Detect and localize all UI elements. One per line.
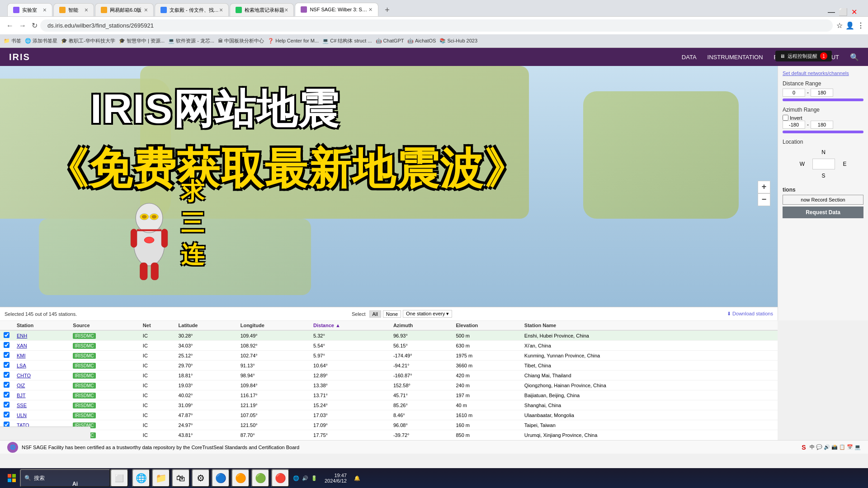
taskbar-app1[interactable]: 🟠	[231, 469, 250, 487]
battery-icon[interactable]: 🔋	[311, 475, 317, 481]
taskbar-app3[interactable]: 🔴	[271, 469, 289, 487]
taskbar-edge[interactable]: 🌐	[132, 469, 150, 487]
row-checkbox[interactable]	[4, 372, 9, 378]
notification-icon: 🖥	[780, 53, 785, 59]
tab-close-6[interactable]: ×	[368, 6, 372, 13]
tab-close-4[interactable]: ×	[219, 6, 223, 14]
search-icon[interactable]: 🔍	[850, 53, 859, 61]
request-data-button[interactable]: Request Data	[783, 206, 863, 218]
nav-instrumentation[interactable]: INSTRUMENTATION	[708, 54, 763, 61]
station-link[interactable]: LSA	[17, 363, 26, 368]
taskbar-store[interactable]: 🛍	[172, 469, 190, 487]
new-tab-button[interactable]: +	[381, 4, 394, 16]
tab-close-5[interactable]: ×	[284, 6, 288, 14]
station-link[interactable]: KMI	[17, 353, 26, 358]
bookmark-4[interactable]: 🎓 智慧华中 | 资源...	[119, 38, 165, 44]
station-link[interactable]: SSE	[17, 403, 27, 408]
distance-max-input[interactable]	[811, 89, 833, 97]
taskbar-app2[interactable]: 🟢	[251, 469, 269, 487]
azimuth-max-input[interactable]	[811, 121, 833, 129]
bookmark-7[interactable]: ❓ Help Center for M...	[268, 38, 319, 44]
bookmark-3[interactable]: 🎓 教职工-华中科技大学	[61, 38, 115, 44]
close-button[interactable]: ✕	[851, 8, 857, 16]
station-link[interactable]: CHTO	[17, 373, 31, 378]
taskbar-settings[interactable]: ⚙	[192, 469, 210, 487]
taskbar-explorer[interactable]: 📁	[152, 469, 170, 487]
bookmark-11[interactable]: 📚 Sci-Hub 2023	[439, 38, 477, 44]
zoom-out-button[interactable]: −	[758, 193, 770, 206]
col-azimuth[interactable]: Azimuth	[390, 321, 453, 330]
col-station[interactable]: Station	[13, 321, 69, 330]
col-source[interactable]: Source	[69, 321, 139, 330]
refresh-button[interactable]: ↻	[29, 19, 40, 32]
taskbar-clock[interactable]: 19:47 2024/6/12	[321, 473, 350, 483]
distance-min-input[interactable]	[783, 89, 805, 97]
row-checkbox[interactable]	[4, 412, 9, 418]
tab-smart[interactable]: 智能 ×	[53, 3, 94, 16]
download-stations-button[interactable]: ⬇ Download stations	[727, 311, 773, 317]
row-checkbox[interactable]	[4, 352, 9, 358]
menu-icon[interactable]: ⋮	[857, 21, 864, 30]
back-button[interactable]: ←	[4, 20, 16, 32]
selected-count: Selected 145 out of 145 stations.	[5, 311, 77, 317]
station-table-scroll[interactable]: Station Source Net Latitude Longitude Di…	[0, 321, 778, 439]
col-latitude[interactable]: Latitude	[175, 321, 237, 330]
forward-button[interactable]: →	[16, 20, 29, 32]
tab-iris[interactable]: NSF SAGE: Wilber 3: Select S... ×	[295, 3, 378, 16]
tab-email[interactable]: 网易邮箱6.0版 ×	[95, 3, 154, 16]
col-distance[interactable]: Distance ▲	[310, 321, 390, 330]
tab-wenxudian[interactable]: 文叙殿 - 传文件、找文叙 ×	[155, 3, 229, 16]
bookmark-10[interactable]: 🤖 AichatOS	[407, 38, 436, 44]
row-checkbox[interactable]	[4, 332, 9, 338]
row-checkbox[interactable]	[4, 402, 9, 408]
profile-icon[interactable]: 👤	[845, 21, 854, 30]
minimize-button[interactable]: —	[828, 8, 835, 16]
azimuth-min-input[interactable]	[783, 121, 805, 129]
nav-data[interactable]: DATA	[682, 54, 697, 61]
start-button[interactable]	[4, 470, 20, 486]
bookmark-8[interactable]: 💻 C# 结构体 struct ...	[322, 38, 372, 44]
taskbar-search[interactable]: 🔍 搜索	[20, 469, 110, 487]
default-networks-link[interactable]: Set default networks/channels	[783, 70, 863, 76]
bookmark-9[interactable]: 🤖 ChatGPT	[376, 38, 404, 44]
bookmark-1[interactable]: 📁 书签	[4, 38, 21, 44]
col-longitude[interactable]: Longitude	[237, 321, 310, 330]
station-link[interactable]: ENH	[17, 333, 27, 338]
bookmark-2[interactable]: 🌐 添加书签星	[25, 38, 57, 44]
tab-close-1[interactable]: ×	[43, 6, 47, 14]
network-icon[interactable]: 🌐	[293, 475, 299, 481]
one-station-button[interactable]: One station every ▾	[403, 310, 452, 318]
station-link[interactable]: BJT	[17, 393, 26, 398]
col-station-name[interactable]: Station Name	[521, 321, 778, 330]
zoom-in-button[interactable]: +	[758, 181, 770, 193]
show-record-button[interactable]: now Record Section	[783, 195, 863, 205]
station-link[interactable]: ULN	[17, 413, 27, 418]
station-link[interactable]: QIZ	[17, 383, 25, 388]
select-none-button[interactable]: None	[383, 310, 401, 318]
task-view-button[interactable]: ⬜	[110, 469, 128, 487]
row-checkbox[interactable]	[4, 362, 9, 368]
col-elevation[interactable]: Elevation	[452, 321, 520, 330]
notification-center-icon[interactable]: 🔔	[354, 475, 360, 481]
chrome-icon: 🔵	[215, 473, 226, 483]
maximize-button[interactable]: ⬜	[839, 8, 848, 16]
invert-checkbox[interactable]	[783, 115, 788, 121]
source-badge: IRISDMC	[73, 373, 95, 379]
taskbar-chrome[interactable]: 🔵	[212, 469, 230, 487]
station-link[interactable]: XAN	[17, 343, 27, 348]
bookmark-5[interactable]: 💻 软件资源 - 龙芯...	[168, 38, 214, 44]
row-checkbox[interactable]	[4, 392, 9, 398]
tab-lab[interactable]: 实验室 ×	[7, 3, 52, 16]
row-checkbox[interactable]	[4, 382, 9, 388]
bookmark-icon[interactable]: ☆	[836, 21, 843, 30]
col-net[interactable]: Net	[139, 321, 175, 330]
row-checkbox[interactable]	[4, 342, 9, 348]
volume-icon[interactable]: 🔊	[302, 475, 308, 481]
bookmark-6[interactable]: 🏛 中国板块分析中心	[218, 38, 264, 44]
loc-center-input[interactable]	[812, 159, 835, 169]
tab-close-2[interactable]: ×	[85, 6, 88, 14]
select-all-button[interactable]: All	[369, 310, 381, 318]
tab-earthquake[interactable]: 检索地震记录标题 ×	[230, 3, 294, 16]
url-input[interactable]	[40, 19, 833, 32]
tab-close-3[interactable]: ×	[144, 6, 148, 14]
